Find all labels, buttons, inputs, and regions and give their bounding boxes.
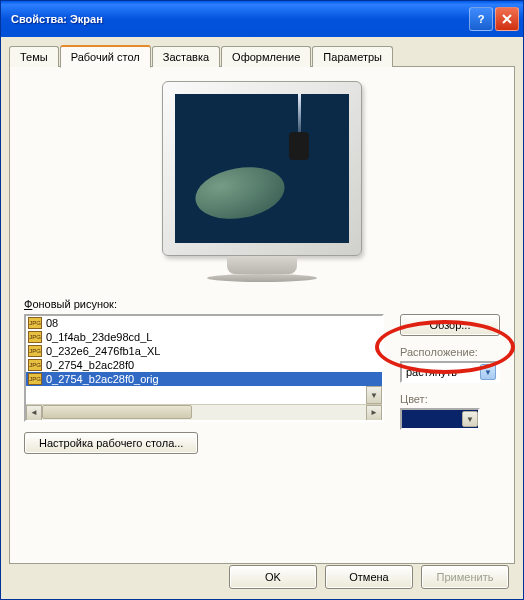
browse-button[interactable]: Обзор... (400, 314, 500, 336)
color-label: Цвет: (400, 393, 500, 405)
list-item-label: 0_2754_b2ac28f0_orig (46, 373, 159, 385)
wallpaper-diver (289, 132, 309, 160)
color-picker[interactable]: ▼ (400, 408, 480, 430)
monitor-frame (162, 81, 362, 256)
hscroll-track[interactable] (42, 405, 366, 421)
background-label: Фоновый рисунок: (24, 298, 500, 310)
jpg-icon: JPG (28, 331, 42, 343)
tab-appearance[interactable]: Оформление (221, 46, 311, 67)
dialog-body: Темы Рабочий стол Заставка Оформление Па… (1, 37, 523, 573)
tab-panel-desktop: Фоновый рисунок: JPG 08 JPG 0_1f4ab_23de… (9, 66, 515, 564)
hscroll-right-button[interactable]: ► (366, 405, 382, 421)
display-properties-window: Свойства: Экран ? Темы Рабочий стол Заст… (0, 0, 524, 600)
jpg-icon: JPG (28, 359, 42, 371)
jpg-icon: JPG (28, 317, 42, 329)
monitor-preview (162, 81, 362, 282)
monitor-stand (227, 256, 297, 274)
list-item[interactable]: JPG 0_2754_b2ac28f0 (26, 358, 382, 372)
list-item[interactable]: JPG 0_1f4ab_23de98cd_L (26, 330, 382, 344)
tab-desktop[interactable]: Рабочий стол (60, 45, 151, 68)
close-button[interactable] (495, 7, 519, 31)
list-item[interactable]: JPG 0_232e6_2476fb1a_XL (26, 344, 382, 358)
titlebar: Свойства: Экран ? (1, 1, 523, 37)
list-item-label: 0_232e6_2476fb1a_XL (46, 345, 160, 357)
right-column: Обзор... Расположение: растянуть ▼ Цвет:… (400, 314, 500, 430)
apply-button[interactable]: Применить (421, 565, 509, 589)
chevron-down-icon: ▼ (462, 411, 478, 427)
tab-strip: Темы Рабочий стол Заставка Оформление Па… (9, 45, 515, 67)
position-label: Расположение: (400, 346, 500, 358)
list-item[interactable]: JPG 08 (26, 316, 382, 330)
listbox-inner: JPG 08 JPG 0_1f4ab_23de98cd_L JPG 0_232e… (26, 316, 382, 406)
background-row: JPG 08 JPG 0_1f4ab_23de98cd_L JPG 0_232e… (24, 314, 500, 454)
background-listbox[interactable]: JPG 08 JPG 0_1f4ab_23de98cd_L JPG 0_232e… (24, 314, 384, 422)
jpg-icon: JPG (28, 345, 42, 357)
vscroll-down-button[interactable]: ▼ (366, 386, 382, 404)
close-icon (501, 13, 513, 25)
wallpaper-submarine (191, 161, 288, 226)
position-value: растянуть (406, 366, 480, 378)
list-item-label: 0_1f4ab_23de98cd_L (46, 331, 152, 343)
titlebar-buttons: ? (469, 7, 519, 31)
customize-desktop-button[interactable]: Настройка рабочего стола... (24, 432, 198, 454)
ok-button[interactable]: OK (229, 565, 317, 589)
jpg-icon: JPG (28, 373, 42, 385)
list-column: JPG 08 JPG 0_1f4ab_23de98cd_L JPG 0_232e… (24, 314, 388, 454)
hscrollbar[interactable]: ◄ ► (26, 404, 382, 420)
tab-themes[interactable]: Темы (9, 46, 59, 67)
help-button[interactable]: ? (469, 7, 493, 31)
hscroll-left-button[interactable]: ◄ (26, 405, 42, 421)
monitor-base (207, 274, 317, 282)
cancel-button[interactable]: Отмена (325, 565, 413, 589)
list-item[interactable]: JPG 0_2754_b2ac28f0_orig (26, 372, 382, 386)
chevron-down-icon: ▼ (480, 364, 496, 380)
hscroll-thumb[interactable] (42, 405, 192, 419)
list-item-label: 0_2754_b2ac28f0 (46, 359, 134, 371)
tab-screensaver[interactable]: Заставка (152, 46, 220, 67)
position-dropdown[interactable]: растянуть ▼ (400, 361, 500, 383)
window-title: Свойства: Экран (11, 13, 469, 25)
dialog-button-bar: OK Отмена Применить (229, 565, 509, 589)
tab-settings[interactable]: Параметры (312, 46, 393, 67)
monitor-preview-wrap (24, 81, 500, 282)
list-item-label: 08 (46, 317, 58, 329)
monitor-screen (175, 94, 349, 243)
customize-row: Настройка рабочего стола... (24, 432, 388, 454)
